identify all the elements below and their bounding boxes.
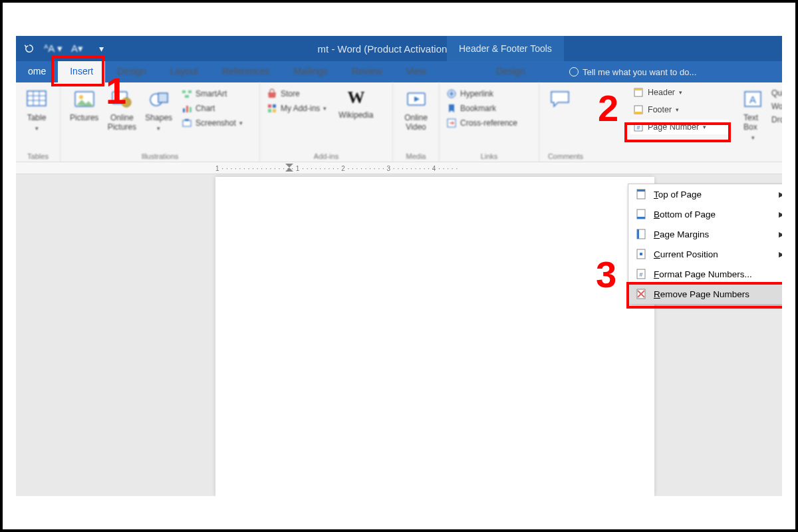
- table-button[interactable]: Table▾: [21, 85, 52, 134]
- svg-rect-10: [158, 93, 168, 102]
- ribbon-tabs: ome Insert Design Layout References Mail…: [16, 61, 782, 82]
- svg-rect-13: [185, 95, 189, 98]
- quick-parts-button[interactable]: Quic: [770, 88, 782, 98]
- wikipedia-button[interactable]: W Wikipedia: [334, 85, 377, 122]
- svg-rect-19: [268, 104, 271, 108]
- tell-me-placeholder: Tell me what you want to do...: [583, 67, 696, 77]
- tab-home[interactable]: ome: [16, 61, 58, 82]
- group-addins: Store My Add-ins ▾ W Wikipedia Add-ins: [259, 82, 392, 162]
- lightbulb-icon: [569, 67, 579, 76]
- tab-context-design[interactable]: Design: [481, 61, 540, 82]
- tab-review[interactable]: Review: [340, 61, 394, 82]
- tab-design[interactable]: Design: [105, 61, 158, 82]
- svg-rect-20: [273, 104, 276, 108]
- svg-text:#: #: [639, 271, 642, 278]
- chart-button[interactable]: Chart: [180, 102, 244, 114]
- svg-rect-41: [640, 253, 642, 255]
- tab-insert[interactable]: Insert: [58, 61, 105, 82]
- online-pictures-button[interactable]: Online Pictures: [104, 85, 140, 134]
- store-button[interactable]: Store: [265, 88, 328, 100]
- document-page[interactable]: [215, 177, 654, 496]
- menu-format-page-numbers[interactable]: # Format Page Numbers...: [628, 264, 782, 284]
- customize-qat-icon[interactable]: ▾: [92, 39, 110, 58]
- submenu-arrow-icon: ▶: [779, 210, 782, 219]
- group-tables: Table▾ Tables: [16, 82, 60, 162]
- screenshot-frame: ᴬA ▾ A▾ ▾ mt - Word (Product Activation …: [0, 0, 798, 532]
- smartart-button[interactable]: SmartArt: [180, 88, 244, 100]
- text-box-button[interactable]: A Text Box▾: [739, 85, 766, 144]
- page-number-menu: TTop of Pageop of Page ▶ Bottom of Page …: [628, 184, 782, 305]
- tell-me-search[interactable]: Tell me what you want to do...: [569, 61, 696, 82]
- svg-text:#: #: [636, 124, 640, 131]
- ruler[interactable]: 1 · · · · · · · · · · · · · · · · · 1 · …: [16, 162, 782, 174]
- tab-references[interactable]: References: [210, 61, 282, 82]
- online-video-button[interactable]: Online Video: [398, 85, 434, 134]
- bookmark-button[interactable]: Bookmark: [445, 102, 533, 114]
- page-number-button[interactable]: # Page Number ▾: [630, 120, 729, 134]
- context-tab-header-footer-tools: Header & Footer Tools: [447, 36, 564, 61]
- svg-rect-0: [27, 91, 46, 106]
- menu-top-of-page[interactable]: TTop of Pageop of Page ▶: [628, 184, 782, 204]
- titlebar: ᴬA ▾ A▾ ▾ mt - Word (Product Activation …: [16, 36, 782, 61]
- svg-rect-22: [273, 109, 276, 112]
- tab-layout[interactable]: Layout: [158, 61, 210, 82]
- svg-rect-18: [185, 119, 189, 121]
- window-title: mt - Word (Product Activation Failed): [16, 43, 782, 55]
- group-label-comments: Comments: [539, 152, 592, 160]
- cross-reference-button[interactable]: Cross-reference: [445, 117, 533, 129]
- group-links: Hyperlink Bookmark Cross-reference Links: [439, 82, 539, 162]
- group-label-illustrations: Illustrations: [61, 152, 259, 160]
- group-label-media: Media: [393, 152, 439, 160]
- font-increase-icon[interactable]: ᴬA ▾: [44, 39, 63, 58]
- svg-rect-17: [183, 120, 191, 126]
- my-addins-button[interactable]: My Add-ins ▾: [265, 102, 328, 114]
- shapes-button[interactable]: Shapes▾: [141, 85, 176, 134]
- tab-mailings[interactable]: Mailings: [281, 61, 339, 82]
- group-label-links: Links: [440, 152, 539, 160]
- svg-rect-39: [637, 229, 639, 239]
- screenshot-button[interactable]: Screenshot ▾: [180, 117, 244, 129]
- header-footer-commands: Header ▾ Footer ▾ # Page Number ▾: [626, 82, 733, 137]
- drop-cap-button[interactable]: Dro: [770, 114, 782, 125]
- font-decrease-icon[interactable]: A▾: [68, 39, 86, 58]
- pictures-button[interactable]: Pictures: [66, 85, 102, 134]
- svg-rect-27: [634, 88, 642, 90]
- svg-rect-21: [268, 109, 271, 112]
- group-comments: Comments: [539, 82, 592, 162]
- svg-rect-16: [190, 107, 192, 112]
- group-label-tables: Tables: [16, 152, 60, 160]
- submenu-arrow-icon: ▶: [779, 190, 782, 199]
- svg-rect-12: [188, 90, 192, 93]
- submenu-arrow-icon: ▶: [779, 250, 782, 259]
- undo-icon[interactable]: [20, 39, 39, 58]
- footer-button[interactable]: Footer ▾: [630, 102, 729, 117]
- group-illustrations: Pictures Online Pictures Shapes▾ SmartAr…: [60, 82, 259, 162]
- submenu-arrow-icon: ▶: [779, 230, 782, 239]
- comment-button[interactable]: [545, 85, 575, 113]
- group-text-partial: A Text Box▾ Quic Wor Dro: [737, 82, 782, 146]
- svg-rect-29: [634, 112, 642, 114]
- svg-rect-37: [637, 217, 645, 219]
- svg-rect-35: [637, 190, 645, 192]
- svg-rect-14: [183, 108, 185, 112]
- menu-bottom-of-page[interactable]: Bottom of Page ▶: [628, 204, 782, 224]
- group-media: Online Video Media: [392, 82, 439, 162]
- menu-current-position[interactable]: Current Position ▶: [628, 244, 782, 264]
- ribbon: Table▾ Tables Pictures Online Pictures S…: [16, 82, 782, 162]
- header-button[interactable]: Header ▾: [630, 85, 729, 100]
- wordart-button[interactable]: Wor: [770, 101, 782, 112]
- svg-rect-11: [182, 90, 186, 93]
- group-label-addins: Add-ins: [260, 152, 392, 160]
- svg-text:A: A: [749, 94, 756, 105]
- svg-rect-15: [186, 106, 188, 112]
- menu-page-margins[interactable]: Page Margins ▶: [628, 224, 782, 244]
- menu-remove-page-numbers[interactable]: Remove Page Numbers: [628, 284, 782, 304]
- svg-point-6: [79, 95, 83, 99]
- svg-point-8: [122, 98, 131, 107]
- ruler-ticks: 1 · · · · · · · · · · · · · · · · · 1 · …: [215, 165, 782, 172]
- hyperlink-button[interactable]: Hyperlink: [445, 88, 533, 100]
- tab-view[interactable]: View: [394, 61, 438, 82]
